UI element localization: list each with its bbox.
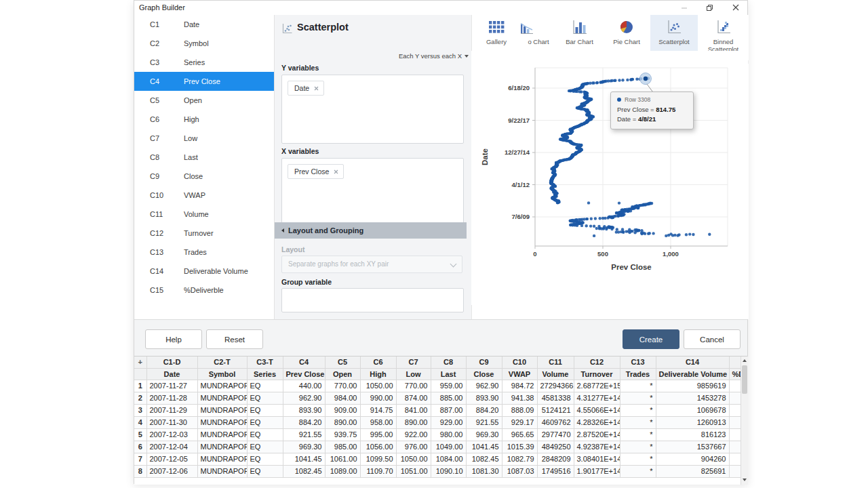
column-item-c1[interactable]: C1Date xyxy=(134,15,274,34)
worksheet-cell[interactable]: * xyxy=(620,441,656,453)
worksheet-cell[interactable]: 976.00 xyxy=(396,441,431,453)
worksheet-cell[interactable]: 969.30 xyxy=(466,428,502,441)
column-id-header[interactable]: C12 xyxy=(574,357,620,368)
worksheet-cell[interactable]: 921.55 xyxy=(283,428,325,441)
worksheet-cell[interactable]: MUNDRAPORT xyxy=(197,465,247,477)
worksheet-cell[interactable]: 1069678 xyxy=(656,404,729,416)
column-id-header[interactable]: C5 xyxy=(325,357,360,368)
worksheet-cell[interactable]: 1260913 xyxy=(656,416,729,428)
worksheet-cell[interactable]: MUNDRAPORT xyxy=(197,428,247,441)
worksheet-cell[interactable]: 959.00 xyxy=(431,380,466,392)
worksheet-cell[interactable]: 816123 xyxy=(656,428,729,441)
x-variable-chip[interactable]: Prev Close xyxy=(288,164,344,179)
worksheet-cell[interactable]: 958.00 xyxy=(360,416,396,428)
worksheet-cell[interactable]: EQ xyxy=(247,428,283,441)
worksheet-cell[interactable]: 914.75 xyxy=(360,404,396,416)
worksheet-cell[interactable]: 1089.00 xyxy=(325,465,360,477)
worksheet-cell[interactable]: 984.00 xyxy=(325,392,360,404)
column-id-header[interactable]: C13 xyxy=(620,357,656,368)
worksheet-cell[interactable]: 904260 xyxy=(656,453,729,465)
column-name-header[interactable]: Turnover xyxy=(574,368,620,380)
worksheet-cell[interactable]: 1049.00 xyxy=(431,441,466,453)
worksheet-cell[interactable]: 1087.03 xyxy=(502,465,537,477)
worksheet-cell[interactable]: 1749516 xyxy=(537,465,574,477)
worksheet-cell[interactable]: MUNDRAPORT xyxy=(197,441,247,453)
worksheet-cell[interactable]: 890.00 xyxy=(325,416,360,428)
y-variable-chip[interactable]: Date xyxy=(288,81,324,96)
worksheet-cell[interactable]: * xyxy=(620,453,656,465)
column-name-header[interactable]: Deliverable Volume xyxy=(656,368,729,380)
worksheet-cell[interactable]: 929.17 xyxy=(502,416,537,428)
worksheet-cell[interactable]: 1537667 xyxy=(656,441,729,453)
worksheet-cell[interactable]: 1109.70 xyxy=(360,465,396,477)
worksheet-cell[interactable]: 941.38 xyxy=(502,392,537,404)
minimize-button[interactable] xyxy=(674,1,694,14)
worksheet-cell[interactable]: * xyxy=(620,428,656,441)
worksheet-cell[interactable]: * xyxy=(620,465,656,477)
worksheet-cell[interactable]: 995.00 xyxy=(360,428,396,441)
column-id-header[interactable]: C3-T xyxy=(247,357,283,368)
worksheet-cell[interactable]: 922.00 xyxy=(396,428,431,441)
restore-button[interactable] xyxy=(699,1,719,14)
worksheet-cell[interactable]: 890.00 xyxy=(396,416,431,428)
worksheet-cell[interactable]: 1090.10 xyxy=(431,465,466,477)
row-number[interactable]: 2 xyxy=(134,392,146,404)
column-name-header[interactable]: Close xyxy=(466,368,502,380)
worksheet-cell[interactable]: 2007-11-30 xyxy=(146,416,197,428)
worksheet-cell[interactable]: 4.28326E+14 xyxy=(574,416,620,428)
column-item-c5[interactable]: C5Open xyxy=(134,91,274,110)
worksheet-cell[interactable]: 1082.45 xyxy=(466,453,502,465)
column-id-header[interactable]: C6 xyxy=(360,357,396,368)
column-id-header[interactable]: C2-T xyxy=(197,357,247,368)
help-button[interactable]: Help xyxy=(145,329,202,349)
column-name-header[interactable]: Last xyxy=(431,368,466,380)
worksheet-cell[interactable]: EQ xyxy=(247,453,283,465)
worksheet-cell[interactable]: 888.09 xyxy=(502,404,537,416)
row-number[interactable]: 3 xyxy=(134,404,146,416)
column-id-header[interactable]: C9 xyxy=(466,357,502,368)
cancel-button[interactable]: Cancel xyxy=(684,329,741,349)
worksheet-cell[interactable]: 1041.45 xyxy=(466,441,502,453)
y-versus-x-mode-dropdown[interactable]: Each Y versus each X xyxy=(356,52,469,60)
worksheet-cell[interactable]: 962.90 xyxy=(466,380,502,392)
column-id-header[interactable]: C4 xyxy=(283,357,325,368)
worksheet-cell[interactable]: MUNDRAPORT xyxy=(197,392,247,404)
worksheet-cell[interactable]: 985.00 xyxy=(325,441,360,453)
scrollbar-thumb[interactable] xyxy=(742,365,747,394)
worksheet-cell[interactable]: 921.55 xyxy=(466,416,502,428)
worksheet-cell[interactable]: 1050.00 xyxy=(360,380,396,392)
worksheet-cell[interactable]: 9859619 xyxy=(656,380,729,392)
remove-icon[interactable] xyxy=(314,86,319,91)
worksheet-cell[interactable]: 887.00 xyxy=(431,404,466,416)
worksheet-cell[interactable]: 4609762 xyxy=(537,416,574,428)
column-name-header[interactable]: Open xyxy=(325,368,360,380)
column-item-c8[interactable]: C8Last xyxy=(134,148,274,167)
column-item-c14[interactable]: C14Deliverable Volume xyxy=(134,262,274,281)
column-item-c3[interactable]: C3Series xyxy=(134,53,274,72)
column-name-header[interactable]: Low xyxy=(396,368,431,380)
worksheet-cell[interactable]: 893.90 xyxy=(283,404,325,416)
worksheet-cell[interactable]: 770.00 xyxy=(396,380,431,392)
column-name-header[interactable]: Series xyxy=(247,368,283,380)
worksheet-cell[interactable]: MUNDRAPORT xyxy=(197,416,247,428)
worksheet-cell[interactable]: 969.30 xyxy=(283,441,325,453)
worksheet-cell[interactable]: EQ xyxy=(247,465,283,477)
column-id-header[interactable]: C14 xyxy=(656,357,729,368)
scroll-down-button[interactable] xyxy=(741,476,748,484)
worksheet-cell[interactable]: EQ xyxy=(247,392,283,404)
worksheet-cell[interactable]: 3.08401E+14 xyxy=(574,453,620,465)
worksheet-cell[interactable]: EQ xyxy=(247,416,283,428)
x-variables-box[interactable]: Prev Close xyxy=(281,158,464,227)
worksheet-cell[interactable]: 2.68772E+15 xyxy=(574,380,620,392)
worksheet-cell[interactable]: * xyxy=(620,404,656,416)
column-name-header[interactable]: Date xyxy=(146,368,197,380)
column-item-c12[interactable]: C12Turnover xyxy=(134,224,274,243)
worksheet-cell[interactable]: 4.55066E+14 xyxy=(574,404,620,416)
scatterplot-canvas[interactable]: 6/18/209/22/1712/27/144/1/127/6/0905001,… xyxy=(471,51,748,305)
worksheet-cell[interactable]: 2.87520E+14 xyxy=(574,428,620,441)
worksheet-cell[interactable]: 1051.00 xyxy=(396,465,431,477)
worksheet-cell[interactable]: 962.90 xyxy=(283,392,325,404)
worksheet-cell[interactable]: 1453278 xyxy=(656,392,729,404)
worksheet-cell[interactable]: MUNDRAPORT xyxy=(197,404,247,416)
column-name-header[interactable]: Trades xyxy=(620,368,656,380)
